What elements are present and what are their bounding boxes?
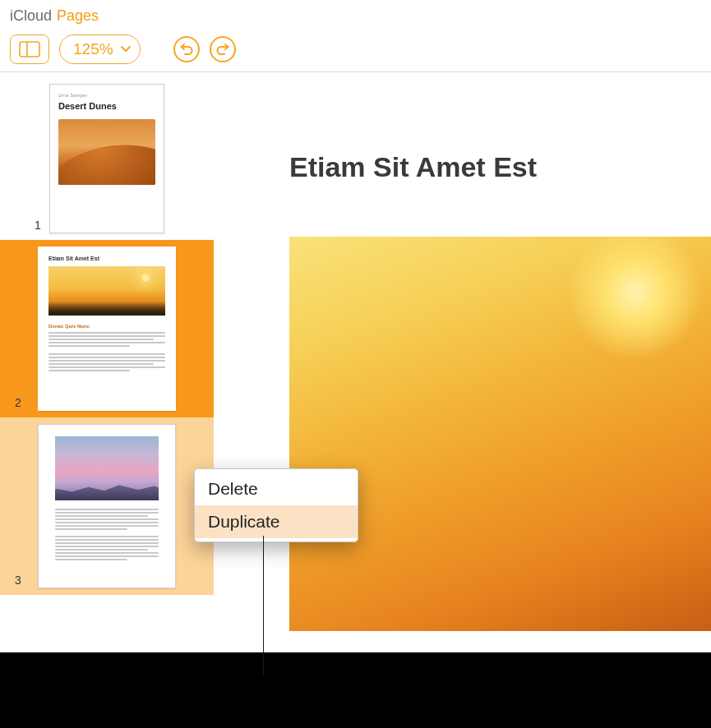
thumb-heading: Etiam Sit Amet Est [48, 256, 165, 261]
menu-item-duplicate[interactable]: Duplicate [195, 505, 358, 538]
thumb-title: Desert Dunes [58, 101, 155, 111]
callout-leader-line [263, 536, 264, 675]
page-number: 2 [15, 396, 21, 409]
thumbnail-content [38, 424, 176, 588]
thumb-subtitle: Urna Semper [58, 93, 155, 98]
page-thumbnail[interactable]: Urna Semper Desert Dunes 1 [0, 72, 214, 240]
page-number: 1 [35, 219, 41, 232]
view-options-button[interactable] [10, 35, 49, 64]
page-thumbnail-sidebar[interactable]: Urna Semper Desert Dunes 1 Etiam Sit Ame… [0, 72, 214, 728]
thumb-body-lines [55, 509, 159, 560]
context-menu: Delete Duplicate [194, 468, 358, 542]
toolbar: 125% [0, 26, 711, 72]
page-thumbnail-selected[interactable]: Etiam Sit Amet Est Donec Quis Nunc 2 [0, 240, 214, 417]
undo-button[interactable] [173, 36, 200, 62]
thumbnail-content: Urna Semper Desert Dunes [49, 84, 164, 233]
document-heading: Etiam Sit Amet Est [289, 151, 537, 183]
thumb-subheading: Donec Quis Nunc [48, 324, 165, 329]
thumb-body-lines [48, 332, 165, 371]
document-hero-image [289, 237, 711, 631]
zoom-select[interactable]: 125% [59, 35, 141, 64]
brand-icloud: iCloud [10, 7, 52, 25]
thumb-image [55, 436, 159, 500]
chevron-down-icon [120, 45, 132, 53]
redo-icon [215, 42, 230, 57]
sidebar-layout-icon [19, 41, 40, 58]
menu-item-delete[interactable]: Delete [195, 472, 358, 505]
redo-button[interactable] [210, 36, 236, 62]
bottom-black-region [0, 652, 711, 728]
document-canvas[interactable]: Etiam Sit Amet Est [214, 72, 711, 728]
page-number: 3 [15, 574, 21, 587]
thumb-image [48, 266, 165, 316]
app-title-bar: iCloud Pages [0, 0, 711, 26]
page-thumbnail[interactable]: 3 [0, 417, 214, 595]
thumb-image [58, 119, 155, 185]
workspace: Urna Semper Desert Dunes 1 Etiam Sit Ame… [0, 72, 711, 728]
undo-icon [179, 42, 194, 57]
thumbnail-content: Etiam Sit Amet Est Donec Quis Nunc [38, 247, 176, 411]
zoom-value: 125% [73, 40, 113, 58]
svg-rect-0 [20, 42, 39, 57]
brand-pages: Pages [57, 7, 99, 25]
